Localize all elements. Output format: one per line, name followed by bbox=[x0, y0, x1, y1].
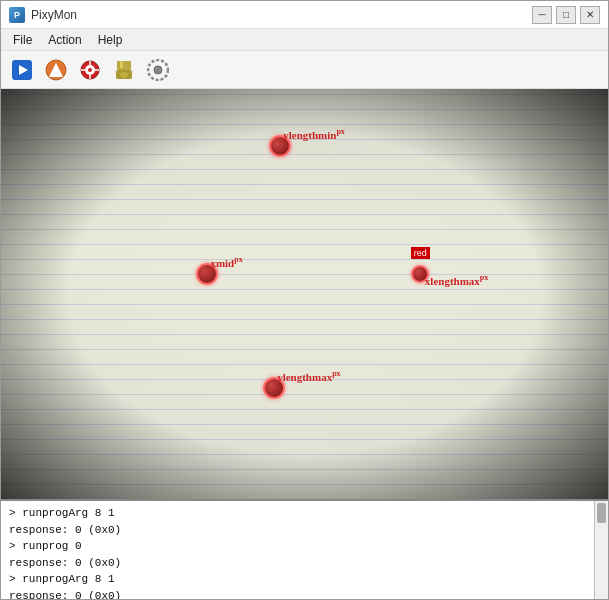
title-bar: P PixyMon ─ □ ✕ bbox=[1, 1, 608, 29]
red-label: red bbox=[411, 247, 430, 259]
svg-rect-11 bbox=[117, 61, 131, 70]
object-label-ylengthmax: ylengthmaxpx bbox=[277, 369, 340, 383]
minimize-button[interactable]: ─ bbox=[532, 6, 552, 24]
menu-action[interactable]: Action bbox=[40, 31, 89, 49]
object-label-xmid: xmidpx bbox=[210, 255, 242, 269]
maximize-button[interactable]: □ bbox=[556, 6, 576, 24]
title-bar-left: P PixyMon bbox=[9, 7, 77, 23]
console-line-5: > runprogArg 8 1 bbox=[9, 571, 588, 588]
camera-background: ylengthminpx xmidpx red xlengthmaxpx bbox=[1, 89, 608, 499]
menu-file[interactable]: File bbox=[5, 31, 40, 49]
svg-rect-13 bbox=[120, 61, 123, 68]
title-bar-controls: ─ □ ✕ bbox=[532, 6, 600, 24]
window-title: PixyMon bbox=[31, 8, 77, 22]
svg-point-6 bbox=[88, 68, 92, 72]
scrollbar-thumb[interactable] bbox=[597, 503, 606, 523]
main-window: P PixyMon ─ □ ✕ File Action Help bbox=[0, 0, 609, 600]
target-button[interactable] bbox=[75, 56, 105, 84]
detected-object-ylengthmax: ylengthmaxpx bbox=[263, 377, 285, 399]
detected-object-xmid: xmidpx bbox=[196, 263, 218, 285]
detected-object-ylengthmin: ylengthminpx bbox=[269, 135, 291, 157]
menu-bar: File Action Help bbox=[1, 29, 608, 51]
run-button[interactable] bbox=[7, 56, 37, 84]
console-line-3: > runprog 0 bbox=[9, 538, 588, 555]
settings-button[interactable] bbox=[143, 56, 173, 84]
console-output[interactable]: > runprogArg 8 1 response: 0 (0x0) > run… bbox=[1, 499, 608, 599]
svg-point-14 bbox=[120, 72, 128, 78]
console-line-2: response: 0 (0x0) bbox=[9, 522, 588, 539]
console-scrollbar[interactable] bbox=[594, 501, 608, 599]
detected-object-xlengthmax: red xlengthmaxpx bbox=[411, 265, 429, 283]
svg-point-15 bbox=[154, 66, 162, 74]
board-lines bbox=[1, 89, 608, 499]
close-button[interactable]: ✕ bbox=[580, 6, 600, 24]
menu-help[interactable]: Help bbox=[90, 31, 131, 49]
object-label-ylengthmin: ylengthminpx bbox=[283, 127, 345, 141]
console-line-6: response: 0 (0x0) bbox=[9, 588, 588, 600]
console-line-4: response: 0 (0x0) bbox=[9, 555, 588, 572]
camera-view: ylengthminpx xmidpx red xlengthmaxpx bbox=[1, 89, 608, 499]
console-line-1: > runprogArg 8 1 bbox=[9, 505, 588, 522]
beaker-button[interactable] bbox=[109, 56, 139, 84]
stop-button[interactable] bbox=[41, 56, 71, 84]
app-icon: P bbox=[9, 7, 25, 23]
toolbar bbox=[1, 51, 608, 89]
object-label-xlengthmax: xlengthmaxpx bbox=[425, 273, 488, 287]
camera-frame: ylengthminpx xmidpx red xlengthmaxpx bbox=[1, 89, 608, 499]
